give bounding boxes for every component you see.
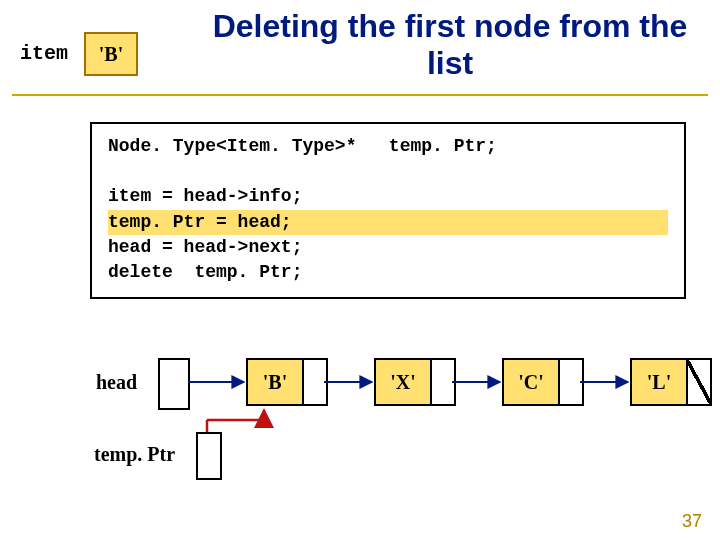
code-block: Node. Type<Item. Type>* temp. Ptr; item … [90, 122, 686, 299]
head-pointer-box [158, 358, 190, 410]
item-label: item [20, 42, 68, 65]
node-0-next [304, 358, 328, 406]
list-node-3: 'L' [630, 358, 708, 406]
code-line-3-highlighted: temp. Ptr = head; [108, 210, 668, 235]
node-3-info: 'L' [630, 358, 688, 406]
node-0-info: 'B' [246, 358, 304, 406]
item-value-box: 'B' [84, 32, 138, 76]
node-3-next-null [688, 358, 712, 406]
code-line-2: item = head->info; [108, 186, 302, 206]
code-spacer [108, 161, 119, 181]
tempptr-pointer-box [196, 432, 222, 480]
slide-title: Deleting the first node from the list [190, 8, 710, 82]
code-line-1: Node. Type<Item. Type>* temp. Ptr; [108, 136, 497, 156]
node-2-info: 'C' [502, 358, 560, 406]
list-node-0: 'B' [246, 358, 324, 406]
node-2-next [560, 358, 584, 406]
head-label: head [96, 371, 137, 394]
code-line-4: head = head->next; [108, 237, 302, 257]
list-node-1: 'X' [374, 358, 452, 406]
title-underline [12, 94, 708, 96]
list-node-2: 'C' [502, 358, 580, 406]
node-1-next [432, 358, 456, 406]
code-line-5: delete temp. Ptr; [108, 262, 302, 282]
node-1-info: 'X' [374, 358, 432, 406]
tempptr-label: temp. Ptr [94, 443, 175, 466]
slide-number: 37 [682, 511, 702, 532]
